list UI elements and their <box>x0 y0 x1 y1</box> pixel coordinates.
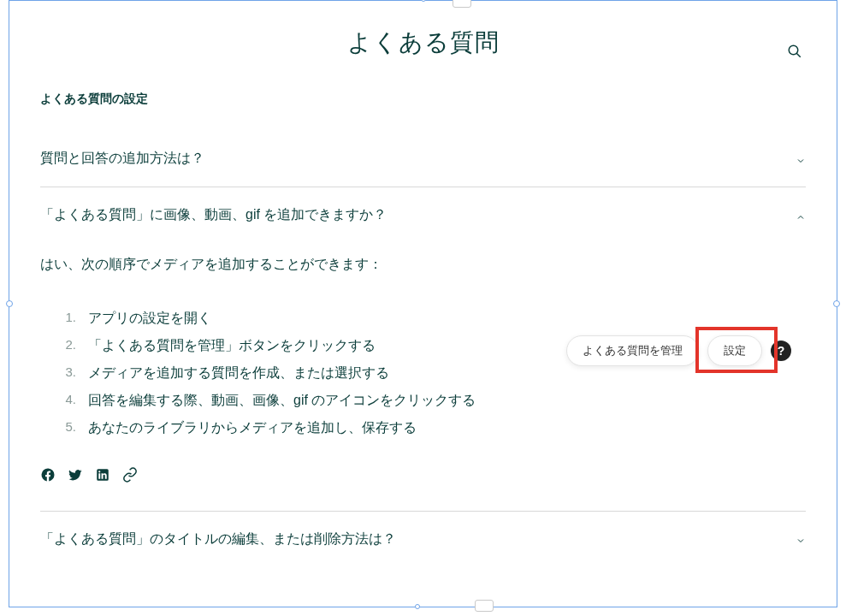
page-title: よくある質問 <box>40 27 806 59</box>
chevron-down-icon <box>796 534 806 544</box>
faq-item: 質問と回答の追加方法は？ <box>40 131 806 187</box>
list-item: 5.あなたのライブラリからメディアを追加し、保存する <box>64 414 806 441</box>
list-item: 4.回答を編集する際、動画、画像、gif のアイコンをクリックする <box>64 387 806 414</box>
faq-question-text: 「よくある質問」に画像、動画、gif を追加できますか？ <box>40 206 387 224</box>
share-row <box>40 465 806 491</box>
resize-handle-right[interactable] <box>833 300 840 307</box>
faq-question-text: 質問と回答の追加方法は？ <box>40 150 204 168</box>
step-text: 回答を編集する際、動画、画像、gif のアイコンをクリックする <box>88 387 476 414</box>
chevron-up-icon <box>796 210 806 221</box>
step-number: 5. <box>64 414 76 441</box>
faq-steps-list: 1.アプリの設定を開く 2.「よくある質問を管理」ボタンをクリックする 3.メデ… <box>40 305 806 441</box>
section-label: よくある質問の設定 <box>40 92 806 107</box>
step-text: メディアを追加する質問を作成、または選択する <box>88 359 389 387</box>
step-number: 3. <box>64 359 76 387</box>
faq-question-row[interactable]: 質問と回答の追加方法は？ <box>40 150 806 168</box>
step-number: 1. <box>64 305 76 332</box>
top-anchor-badge[interactable] <box>453 0 471 8</box>
step-number: 4. <box>64 387 76 414</box>
faq-question-text: 「よくある質問」のタイトルの編集、または削除方法は？ <box>40 530 396 548</box>
editor-selection-frame: よくある質問 よくある質問の設定 質問と回答の追加方法は？ 「よくある質問」に画… <box>9 0 837 607</box>
widget-toolbar: よくある質問を管理 設定 ? <box>566 335 791 366</box>
faq-answer-intro: はい、次の順序でメディアを追加することができます： <box>40 252 806 277</box>
step-text: アプリの設定を開く <box>88 305 211 332</box>
step-number: 2. <box>64 332 76 359</box>
settings-button[interactable]: 設定 <box>707 335 762 366</box>
manage-faq-button[interactable]: よくある質問を管理 <box>566 335 699 366</box>
link-icon[interactable] <box>122 465 138 491</box>
faq-question-row[interactable]: 「よくある質問」に画像、動画、gif を追加できますか？ <box>40 206 806 224</box>
faq-widget: よくある質問 よくある質問の設定 質問と回答の追加方法は？ 「よくある質問」に画… <box>9 1 837 584</box>
svg-point-0 <box>789 45 798 55</box>
facebook-icon[interactable] <box>40 465 56 491</box>
step-text: 「よくある質問を管理」ボタンをクリックする <box>88 332 376 359</box>
resize-handle-bottom[interactable] <box>415 604 420 609</box>
chevron-down-icon <box>796 154 806 164</box>
linkedin-icon[interactable] <box>95 465 110 491</box>
bottom-anchor-badge[interactable] <box>475 600 494 612</box>
step-text: あなたのライブラリからメディアを追加し、保存する <box>88 414 417 441</box>
twitter-icon[interactable] <box>68 465 83 491</box>
search-icon[interactable] <box>787 44 802 59</box>
faq-item: 「よくある質問」のタイトルの編集、または削除方法は？ <box>40 512 806 567</box>
help-icon[interactable]: ? <box>771 341 791 361</box>
resize-handle-left[interactable] <box>6 300 13 307</box>
list-item: 1.アプリの設定を開く <box>64 305 806 332</box>
faq-question-row[interactable]: 「よくある質問」のタイトルの編集、または削除方法は？ <box>40 530 806 548</box>
svg-line-1 <box>796 53 801 57</box>
